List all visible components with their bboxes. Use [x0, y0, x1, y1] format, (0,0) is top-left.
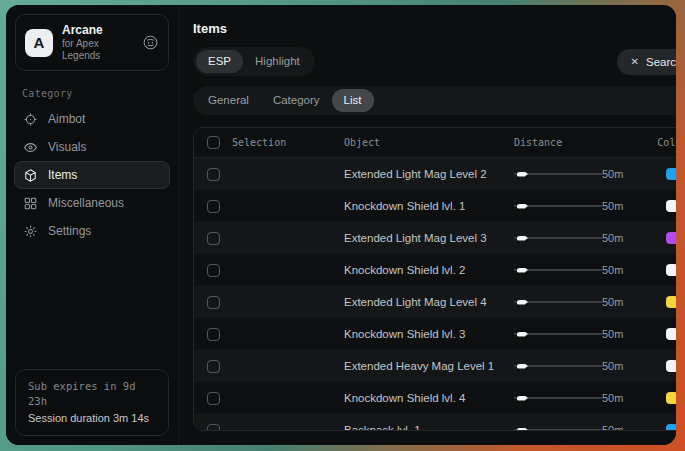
view-tab-group: GeneralCategoryList [193, 86, 676, 115]
color-swatch[interactable] [666, 360, 676, 372]
distance-value: 50m [602, 424, 623, 431]
distance-value: 50m [602, 328, 623, 340]
row-checkbox[interactable] [207, 392, 220, 405]
row-checkbox[interactable] [207, 328, 220, 341]
table-row: Extended Light Mag Level 4 50m [194, 286, 676, 318]
color-swatch[interactable] [666, 200, 676, 212]
sub-expires-text: Sub expires in 9d 23h [28, 379, 156, 409]
table-row: Backpack lvl. 1 50m [194, 414, 676, 431]
category-section-label: Category [22, 88, 178, 99]
sidebar-spacer [6, 245, 178, 369]
color-swatch[interactable] [666, 168, 676, 180]
sidebar-item-label: Settings [48, 224, 91, 238]
select-all-checkbox[interactable] [207, 136, 220, 149]
object-name: Knockdown Shield lvl. 1 [344, 200, 514, 212]
tab-general[interactable]: General [196, 89, 261, 112]
search-button-label: Search [646, 56, 676, 68]
app-subtitle: for Apex Legends [62, 38, 133, 62]
distance-value: 50m [602, 168, 623, 180]
main-panel: Items ESPHighlight ✕ Search GeneralCateg… [178, 5, 676, 445]
sidebar-item-label: Aimbot [48, 112, 85, 126]
gear-icon [23, 224, 38, 239]
row-checkbox[interactable] [207, 232, 220, 245]
color-swatch[interactable] [666, 264, 676, 276]
distance-slider[interactable] [514, 201, 602, 211]
sidebar-item-miscellaneous[interactable]: Miscellaneous [14, 189, 170, 217]
distance-slider[interactable] [514, 297, 602, 307]
eye-icon [23, 140, 38, 155]
row-checkbox[interactable] [207, 200, 220, 213]
distance-value: 50m [602, 360, 623, 372]
brand-card: A Arcane for Apex Legends [15, 14, 169, 71]
object-name: Knockdown Shield lvl. 4 [344, 392, 514, 404]
object-name: Knockdown Shield lvl. 2 [344, 264, 514, 276]
sidebar-item-aimbot[interactable]: Aimbot [14, 105, 170, 133]
sidebar-nav: AimbotVisualsItemsMiscellaneousSettings [6, 105, 178, 245]
app-logo: A [25, 29, 53, 57]
toolbar: ESPHighlight ✕ Search [193, 47, 676, 76]
table-row: Extended Light Mag Level 2 50m [194, 158, 676, 190]
slider-track [514, 429, 602, 431]
discord-icon[interactable] [142, 34, 159, 51]
grid-icon [23, 196, 38, 211]
color-swatch[interactable] [666, 392, 676, 404]
tab-category[interactable]: Category [261, 89, 332, 112]
sidebar-item-label: Miscellaneous [48, 196, 124, 210]
box-icon [23, 168, 38, 183]
row-checkbox[interactable] [207, 424, 220, 432]
x-icon: ✕ [631, 56, 639, 68]
distance-value: 50m [602, 296, 623, 308]
distance-value: 50m [602, 232, 623, 244]
row-checkbox[interactable] [207, 296, 220, 309]
sidebar-item-items[interactable]: Items [14, 161, 170, 189]
distance-slider[interactable] [514, 169, 602, 179]
object-name: Extended Heavy Mag Level 1 [344, 360, 514, 372]
table-row: Knockdown Shield lvl. 1 50m [194, 190, 676, 222]
search-button[interactable]: ✕ Search [617, 49, 676, 75]
subscription-card: Sub expires in 9d 23h Session duration 3… [15, 369, 169, 436]
table-header-row: Selection Object Distance Color [194, 128, 676, 158]
sidebar-item-settings[interactable]: Settings [14, 217, 170, 245]
arcane-app-window: A Arcane for Apex Legends Category Aimbo… [6, 5, 676, 445]
distance-value: 50m [602, 264, 623, 276]
distance-slider[interactable] [514, 329, 602, 339]
sidebar-item-label: Items [48, 168, 77, 182]
page-title: Items [193, 21, 676, 36]
desktop-background: A Arcane for Apex Legends Category Aimbo… [0, 0, 685, 451]
row-checkbox[interactable] [207, 264, 220, 277]
distance-slider[interactable] [514, 233, 602, 243]
brand-text: Arcane for Apex Legends [62, 23, 133, 62]
distance-value: 50m [602, 392, 623, 404]
items-table: Selection Object Distance Color Extended… [193, 127, 676, 431]
distance-slider[interactable] [514, 425, 602, 431]
column-header-object: Object [344, 137, 514, 148]
table-row: Knockdown Shield lvl. 2 50m [194, 254, 676, 286]
object-name: Backpack lvl. 1 [344, 424, 514, 431]
object-name: Extended Light Mag Level 3 [344, 232, 514, 244]
column-header-color: Color [649, 137, 676, 148]
tab-esp[interactable]: ESP [196, 50, 243, 73]
tab-highlight[interactable]: Highlight [243, 50, 312, 73]
table-row: Extended Light Mag Level 3 50m [194, 222, 676, 254]
table-body: Extended Light Mag Level 2 50m Knockdown… [194, 158, 676, 431]
app-title: Arcane [62, 23, 133, 37]
header-selection-cell: Selection [194, 136, 344, 149]
distance-value: 50m [602, 200, 623, 212]
session-duration-text: Session duration 3m 14s [28, 411, 156, 426]
row-checkbox[interactable] [207, 168, 220, 181]
distance-slider[interactable] [514, 265, 602, 275]
column-header-selection: Selection [232, 137, 286, 148]
color-swatch[interactable] [666, 328, 676, 340]
color-swatch[interactable] [666, 296, 676, 308]
row-checkbox[interactable] [207, 360, 220, 373]
color-swatch[interactable] [666, 424, 676, 431]
tab-list[interactable]: List [332, 89, 374, 112]
distance-slider[interactable] [514, 393, 602, 403]
color-swatch[interactable] [666, 232, 676, 244]
object-name: Extended Light Mag Level 4 [344, 296, 514, 308]
crosshair-icon [23, 112, 38, 127]
object-name: Knockdown Shield lvl. 3 [344, 328, 514, 340]
distance-slider[interactable] [514, 361, 602, 371]
esp-highlight-tab-group: ESPHighlight [193, 47, 315, 76]
sidebar-item-visuals[interactable]: Visuals [14, 133, 170, 161]
